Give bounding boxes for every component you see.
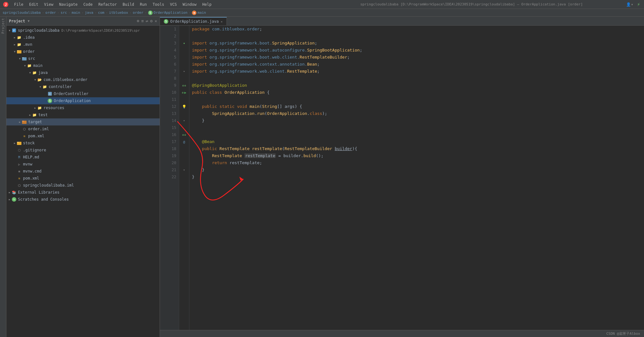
account-icon[interactable]: 👤▾	[625, 2, 634, 7]
menu-refactor[interactable]: Refactor	[96, 2, 119, 7]
locate-icon[interactable]: ⊕	[137, 19, 139, 23]
tab-orderapplication[interactable]: S OrderApplication.java ✕	[160, 17, 227, 25]
close-panel-icon[interactable]: ✕	[155, 19, 157, 23]
folder-icon: 📁	[17, 35, 22, 40]
label-mvnw: mvnw	[23, 162, 32, 166]
tree-item-scratches[interactable]: ▶ ✎ Scratches and Consoles	[6, 196, 160, 203]
recycle-icon-10[interactable]: ♻	[182, 91, 183, 94]
breadcrumb-itbluebox[interactable]: itbluebox	[109, 11, 128, 15]
code-text-11	[192, 96, 641, 103]
tree-item-orderiml[interactable]: ▶ ⬡ order.iml	[6, 125, 160, 132]
tree-item-pomxml-root[interactable]: ▶ ≋ pom.xml	[6, 175, 160, 182]
marker-16[interactable]: ♻ ♻	[179, 131, 189, 138]
tree-item-resources[interactable]: ▶ 📁 resources	[6, 104, 160, 111]
tree-item-springiml[interactable]: ▶ ⬡ springcloudalibaba.iml	[6, 182, 160, 189]
marker-2	[179, 33, 189, 40]
credit-text: CSDN @蓝匣子Albox	[606, 331, 640, 336]
line-num-5: 5	[160, 54, 179, 61]
breadcrumb-sep-3: ›	[68, 11, 70, 15]
breadcrumb-com[interactable]: com	[98, 11, 104, 15]
breadcrumb-java[interactable]: java	[85, 11, 93, 15]
code-content[interactable]: package com.itbluebox.order; import org.…	[189, 26, 644, 330]
breadcrumb-src[interactable]: src	[61, 11, 67, 15]
tree-item-controller[interactable]: ▼ 📁 controller	[6, 83, 160, 90]
tree-item-extlibs[interactable]: ▶ 📚 External Libraries	[6, 189, 160, 196]
breadcrumb-springcloudalibaba[interactable]: springcloudalibaba	[3, 11, 41, 15]
fold-icon-7[interactable]: ▾	[183, 70, 185, 73]
tree-item-mvn[interactable]: ▶ 📁 .mvn	[6, 41, 160, 48]
window-title: springcloudalibaba [D:\ProgramWorkSpace\…	[318, 2, 625, 6]
menu-view[interactable]: View	[42, 2, 56, 7]
run-icon-10[interactable]: ▶	[184, 91, 187, 95]
tree-item-gitignore[interactable]: ▶ ⬡ .gitignore	[6, 147, 160, 154]
breadcrumb-order[interactable]: order	[45, 11, 56, 15]
fold-icon-20[interactable]: ▾	[183, 168, 185, 172]
marker-14[interactable]: ▾	[179, 117, 189, 124]
breadcrumb-main[interactable]: main	[72, 11, 80, 15]
code-text-9: @SpringBootApplication	[192, 82, 641, 89]
recycle-icon-16[interactable]: ♻	[182, 133, 184, 136]
marker-7[interactable]: ▾	[179, 68, 189, 75]
menu-run[interactable]: Run	[137, 2, 149, 7]
breadcrumb-main-method[interactable]: m main	[192, 11, 206, 15]
marker-9[interactable]: ♻ ♻	[179, 82, 189, 89]
tree-item-mvnwcmd[interactable]: ▶ ≡ mvnw.cmd	[6, 168, 160, 175]
tree-item-order[interactable]: ▼ order	[6, 48, 160, 55]
tree-item-package[interactable]: ▼ 📂 com.itbluebox.order	[6, 76, 160, 83]
fold-icon-14[interactable]: ▾	[183, 119, 185, 122]
breadcrumb-orderapplication[interactable]: S OrderApplication	[148, 11, 187, 15]
marker-3[interactable]: ▾	[179, 40, 189, 47]
marker-17b	[179, 145, 189, 152]
code-editor[interactable]: 1 2 3 4 5 6 7 8 9 10 11 12 13 14 15 16 1	[160, 26, 644, 330]
bulb-icon-12[interactable]: 💡	[182, 105, 187, 109]
menu-edit[interactable]: Edit	[27, 2, 41, 7]
tree-item-pomxml-order[interactable]: ▶ ≋ pom.xml	[6, 132, 160, 140]
code-line-7: import org.springframework.web.client.Re…	[192, 68, 641, 75]
tree-item-main[interactable]: ▼ 📁 main	[6, 62, 160, 69]
md-icon: M	[17, 155, 22, 160]
menu-build[interactable]: Build	[120, 2, 137, 7]
menu-tools[interactable]: Tools	[150, 2, 167, 7]
tree-item-idea[interactable]: ▶ 📁 .idea	[6, 34, 160, 41]
marker-17a[interactable]: @	[179, 138, 189, 145]
code-text-12: public static void main(String[] args) {	[192, 103, 641, 110]
collapse-all-icon[interactable]: ≡	[141, 19, 144, 23]
fold-icon-3[interactable]: ▾	[183, 41, 185, 45]
panel-dropdown[interactable]: ▼	[28, 19, 30, 23]
recycle-icon-9[interactable]: ♻	[182, 84, 184, 87]
at-icon-17[interactable]: @	[183, 140, 185, 144]
menu-file[interactable]: File	[12, 2, 26, 7]
recycle2-icon-9[interactable]: ♻	[184, 84, 186, 87]
tab-label: OrderApplication.java	[170, 19, 219, 24]
menu-help[interactable]: Help	[200, 2, 214, 7]
bottom-bar: CSDN @蓝匣子Albox	[160, 330, 644, 337]
tree-item-ordercontroller[interactable]: ▶ C OrderController	[6, 90, 160, 97]
settings-icon[interactable]: ⚙	[150, 19, 153, 23]
menu-window[interactable]: Window	[180, 2, 199, 7]
tree-item-helpmd[interactable]: ▶ M HELP.md	[6, 154, 160, 161]
line-num-18: 18	[160, 145, 179, 152]
marker-12[interactable]: 💡	[179, 103, 189, 110]
sidebar-tab[interactable]: Project	[0, 17, 6, 337]
tree-item-test[interactable]: ▶ 📁 test	[6, 111, 160, 118]
breadcrumb-order2[interactable]: order	[133, 11, 143, 15]
expand-icon[interactable]: ⇌	[146, 19, 148, 23]
label-resources: resources	[44, 106, 64, 110]
recycle2-icon-16[interactable]: ♻	[184, 133, 186, 136]
menu-code[interactable]: Code	[81, 2, 95, 7]
link-icon[interactable]: ⚡	[636, 1, 641, 8]
marker-20[interactable]: ▾	[179, 166, 189, 173]
label-orderapplication: OrderApplication	[54, 99, 91, 103]
menu-navigate[interactable]: Navigate	[57, 2, 80, 7]
marker-18	[179, 152, 189, 159]
tree-item-stock[interactable]: ▶ stock	[6, 140, 160, 147]
tree-item-target[interactable]: ▶ target	[6, 118, 160, 125]
menu-vcs[interactable]: VCS	[167, 2, 179, 7]
marker-10[interactable]: ♻ ▶	[179, 89, 189, 96]
tree-item-src[interactable]: ▼ src	[6, 55, 160, 62]
tree-item-springcloudalibaba[interactable]: ▼ P springcloudalibaba D:\ProgramWorkSpa…	[6, 27, 160, 34]
tree-item-orderapplication[interactable]: ▶ S OrderApplication	[6, 97, 160, 104]
tree-item-mvnw[interactable]: ▶ ▷ mvnw	[6, 161, 160, 168]
tree-item-java[interactable]: ▼ 📁 java	[6, 69, 160, 76]
tab-close-button[interactable]: ✕	[221, 20, 223, 23]
